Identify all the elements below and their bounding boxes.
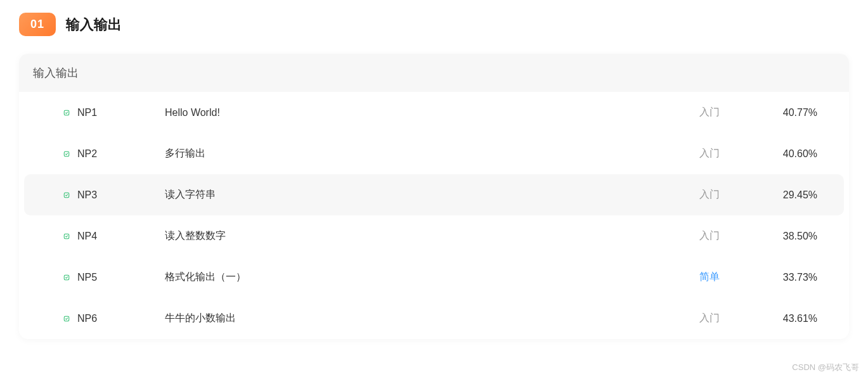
problem-row[interactable]: NP2多行输出入门40.60%	[24, 133, 844, 174]
section-number-badge: 01	[19, 13, 56, 36]
check-icon	[63, 148, 70, 160]
problem-code: NP5	[70, 272, 165, 283]
card-header: 输入输出	[19, 54, 849, 92]
problem-difficulty: 入门	[678, 229, 741, 243]
status-cell	[38, 107, 70, 118]
problem-code: NP2	[70, 148, 165, 160]
problem-row[interactable]: NP3读入字符串入门29.45%	[24, 174, 844, 215]
problem-difficulty: 入门	[678, 106, 741, 119]
problem-difficulty: 简单	[678, 271, 741, 284]
check-icon	[63, 231, 70, 242]
problem-percent: 43.61%	[741, 313, 830, 324]
problem-code: NP4	[70, 231, 165, 242]
problem-row[interactable]: NP4读入整数数字入门38.50%	[24, 215, 844, 257]
problem-card: 输入输出 NP1Hello World!入门40.77%NP2多行输出入门40.…	[19, 54, 849, 339]
problem-list: NP1Hello World!入门40.77%NP2多行输出入门40.60%NP…	[19, 92, 849, 339]
problem-percent: 38.50%	[741, 231, 830, 242]
section-title: 输入输出	[66, 15, 122, 34]
problem-difficulty: 入门	[678, 147, 741, 160]
status-cell	[38, 189, 70, 201]
status-cell	[38, 272, 70, 283]
problem-difficulty: 入门	[678, 188, 741, 201]
check-icon	[63, 189, 70, 201]
problem-title: 读入整数数字	[165, 229, 678, 243]
status-cell	[38, 231, 70, 242]
problem-code: NP6	[70, 313, 165, 324]
problem-title: 格式化输出（一）	[165, 271, 678, 284]
check-icon	[63, 272, 70, 283]
problem-code: NP1	[70, 107, 165, 118]
status-cell	[38, 148, 70, 160]
problem-difficulty: 入门	[678, 312, 741, 325]
problem-row[interactable]: NP6牛牛的小数输出入门43.61%	[24, 298, 844, 339]
problem-title: 牛牛的小数输出	[165, 312, 678, 325]
check-icon	[63, 313, 70, 324]
problem-row[interactable]: NP5格式化输出（一）简单33.73%	[24, 257, 844, 298]
problem-title: 多行输出	[165, 147, 678, 160]
problem-percent: 29.45%	[741, 189, 830, 201]
problem-row[interactable]: NP1Hello World!入门40.77%	[24, 92, 844, 133]
problem-code: NP3	[70, 189, 165, 201]
problem-title: 读入字符串	[165, 188, 678, 201]
problem-percent: 40.60%	[741, 148, 830, 160]
problem-percent: 40.77%	[741, 107, 830, 118]
section-header: 01 输入输出	[19, 13, 849, 36]
problem-percent: 33.73%	[741, 272, 830, 283]
status-cell	[38, 313, 70, 324]
problem-title: Hello World!	[165, 107, 678, 118]
check-icon	[63, 107, 70, 118]
